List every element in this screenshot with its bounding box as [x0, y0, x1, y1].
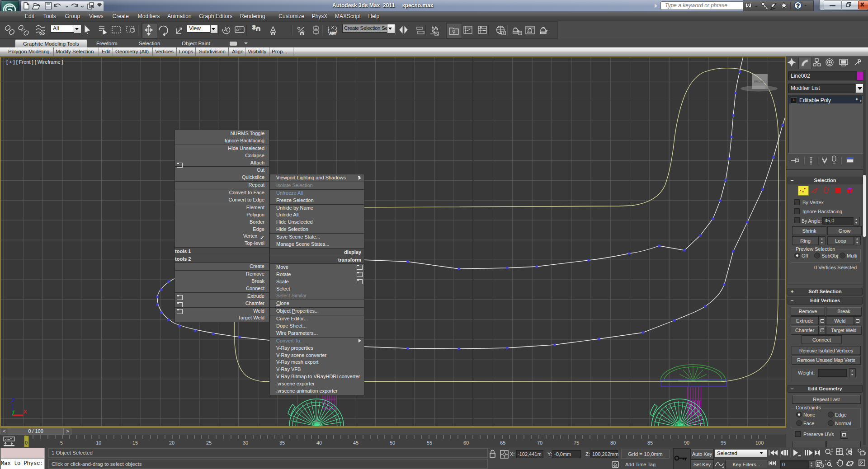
svg-text:3: 3: [252, 24, 255, 31]
svg-text:Z: Z: [12, 398, 15, 403]
svg-text:ABC: ABC: [330, 32, 336, 35]
svg-text:?: ?: [796, 3, 800, 9]
svg-text:FRONT: FRONT: [754, 80, 765, 83]
svg-text:y: y: [12, 409, 15, 414]
svg-text:X: X: [24, 409, 27, 414]
